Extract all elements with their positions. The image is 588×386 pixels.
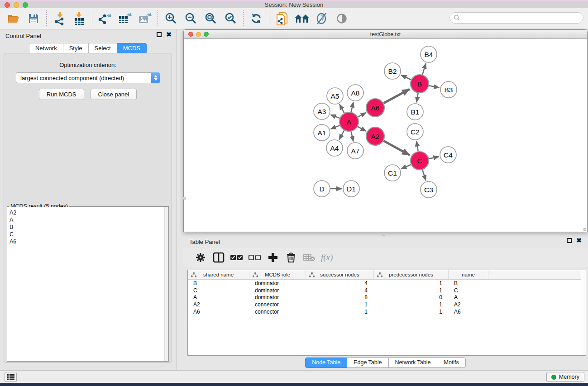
table-row[interactable]: Cdominator41C — [188, 287, 586, 294]
table-row[interactable]: A6connector11A6 — [188, 308, 586, 315]
edge-B-B1[interactable] — [416, 93, 418, 103]
add-icon[interactable] — [264, 250, 282, 265]
edge-C-C4[interactable] — [429, 157, 439, 159]
search-box[interactable] — [449, 12, 583, 24]
table-cell[interactable]: connector — [249, 309, 306, 315]
table-row[interactable]: A2connector11A2 — [188, 301, 586, 308]
split-view-icon[interactable] — [210, 250, 228, 265]
edge-A-A6[interactable] — [358, 113, 366, 117]
tab-motifs[interactable]: Motifs — [437, 357, 465, 368]
column-header-shared-name[interactable]: shared name — [188, 270, 249, 279]
hide-selected-icon[interactable] — [314, 11, 330, 26]
export-network-icon[interactable] — [97, 11, 113, 26]
table-close-panel-icon[interactable]: ✖ — [576, 238, 582, 243]
edge-C-C3[interactable] — [422, 170, 425, 181]
refresh-icon[interactable] — [249, 11, 264, 26]
mcds-result-item[interactable]: A2 — [7, 209, 164, 216]
show-panels-button[interactable] — [5, 372, 17, 382]
zoom-out-icon[interactable] — [183, 11, 198, 26]
export-table-icon[interactable] — [117, 11, 133, 26]
edge-A2-C[interactable] — [383, 141, 410, 155]
save-session-icon[interactable] — [26, 11, 41, 26]
table-cell[interactable]: 1 — [306, 309, 374, 315]
table-cell[interactable]: dominator — [249, 280, 306, 286]
network-maximize-icon[interactable] — [204, 32, 209, 37]
mcds-result-item[interactable]: A6 — [7, 238, 164, 245]
network-close-icon[interactable] — [188, 32, 193, 37]
table-cell[interactable]: A2 — [188, 301, 249, 308]
run-mcds-button[interactable]: Run MCDS — [39, 89, 84, 100]
edge-A-A4[interactable] — [339, 130, 344, 139]
tab-edge-table[interactable]: Edge Table — [347, 357, 388, 368]
edge-A-A5[interactable] — [339, 104, 344, 113]
select-all-icon[interactable] — [228, 250, 246, 265]
memory-button[interactable]: Memory — [546, 372, 584, 382]
table-cell[interactable]: 4 — [306, 280, 374, 286]
network-canvas[interactable]: AA1A2A3A4A5A6A7A8BB1B2B3B4CC1C2C3C4DD1 — [184, 39, 587, 232]
table-row[interactable]: Adominator80A — [188, 294, 586, 301]
edge-A-A2[interactable] — [358, 127, 366, 131]
network-window-titlebar[interactable]: testGlobe.txt — [184, 30, 587, 39]
edge-B-B3[interactable] — [429, 86, 440, 88]
float-panel-icon[interactable] — [157, 32, 162, 37]
table-cell[interactable]: B — [449, 280, 488, 286]
table-scrollbar[interactable] — [581, 270, 586, 355]
table-cell[interactable]: 1 — [374, 280, 449, 286]
open-file-icon[interactable] — [6, 11, 21, 26]
network-minimize-icon[interactable] — [196, 32, 201, 37]
delete-icon[interactable] — [282, 250, 300, 265]
zoom-in-icon[interactable] — [163, 11, 178, 26]
table-cell[interactable]: B — [188, 280, 249, 286]
close-panel-icon[interactable]: ✖ — [166, 32, 172, 37]
search-input[interactable] — [460, 14, 583, 23]
table-cell[interactable]: C — [188, 287, 249, 294]
zoom-selected-icon[interactable] — [223, 11, 238, 26]
resize-grip-corner[interactable] — [583, 228, 586, 231]
table-cell[interactable]: 1 — [374, 309, 449, 315]
edge-A-A1[interactable] — [330, 125, 339, 129]
table-cell[interactable]: A2 — [449, 301, 488, 308]
edge-A-A7[interactable] — [351, 131, 354, 141]
optimization-criterion-select[interactable]: largest connected component (directed) — [16, 72, 160, 83]
network-graph[interactable]: AA1A2A3A4A5A6A7A8BB1B2B3B4CC1C2C3C4DD1 — [184, 39, 587, 232]
mcds-result-item[interactable]: B — [7, 224, 164, 231]
tab-select[interactable]: Select — [88, 43, 117, 54]
tab-node-table[interactable]: Node Table — [305, 357, 347, 368]
export-image-icon[interactable] — [137, 11, 153, 26]
import-table-icon[interactable] — [72, 11, 87, 26]
column-header-MCDS-role[interactable]: MCDS role — [249, 270, 306, 279]
table-float-panel-icon[interactable] — [567, 238, 572, 243]
tab-style[interactable]: Style — [63, 43, 89, 54]
table-cell[interactable]: C — [449, 287, 488, 294]
function-builder-icon[interactable]: f(x) — [321, 253, 333, 262]
edge-C-C2[interactable] — [416, 141, 418, 152]
import-network-icon[interactable] — [52, 11, 67, 26]
mcds-result-item[interactable]: A — [7, 216, 164, 224]
new-network-from-selection-icon[interactable] — [274, 11, 290, 26]
table-cell[interactable]: A — [449, 294, 488, 300]
tab-network-table[interactable]: Network Table — [388, 357, 438, 368]
table-cell[interactable]: A6 — [449, 309, 488, 315]
column-header-predecessor-nodes[interactable]: predecessor nodes — [374, 270, 449, 279]
edge-A6-B[interactable] — [383, 89, 410, 103]
table-cell[interactable]: A6 — [188, 309, 249, 315]
table-cell[interactable]: 8 — [306, 294, 374, 300]
edge-B-B4[interactable] — [422, 63, 426, 75]
resize-grip[interactable] — [183, 197, 186, 200]
mcds-result-item[interactable]: C — [7, 231, 164, 238]
table-cell[interactable]: connector — [249, 301, 306, 308]
deselect-all-icon[interactable] — [246, 250, 264, 265]
table-cell[interactable]: dominator — [249, 287, 306, 294]
gear-icon[interactable] — [191, 250, 210, 265]
table-cell[interactable]: dominator — [249, 294, 306, 300]
zoom-fit-icon[interactable] — [203, 11, 218, 26]
table-row[interactable]: Bdominator41B — [188, 280, 586, 287]
table-cell[interactable]: 4 — [306, 287, 374, 294]
result-scrollbar[interactable] — [164, 207, 168, 361]
table-cell[interactable]: 1 — [374, 287, 449, 294]
tab-mcds[interactable]: MCDS — [117, 43, 147, 54]
column-header-name[interactable]: name — [449, 270, 488, 279]
table-cell[interactable]: 0 — [374, 294, 449, 300]
close-panel-button[interactable]: Close panel — [91, 89, 137, 100]
table-cell[interactable]: 1 — [306, 301, 374, 308]
